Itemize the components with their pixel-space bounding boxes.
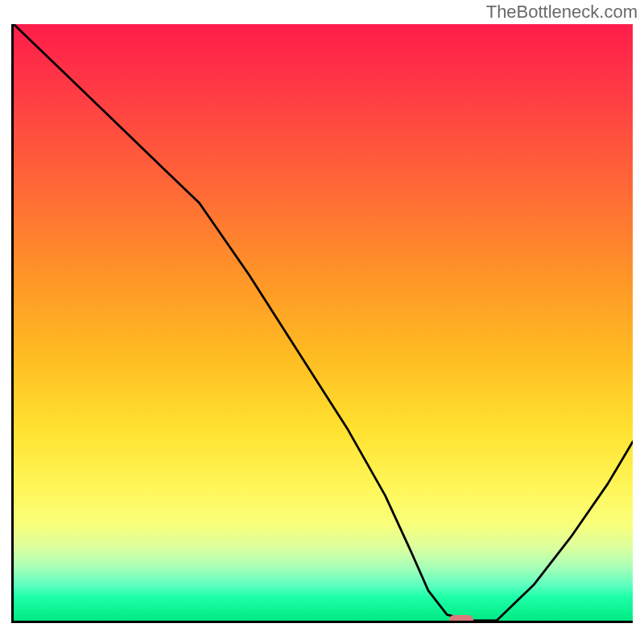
watermark-text: TheBottleneck.com — [486, 2, 638, 23]
minimum-marker — [449, 615, 473, 623]
bottleneck-curve-line — [14, 24, 633, 621]
chart-plot-area — [11, 24, 633, 623]
